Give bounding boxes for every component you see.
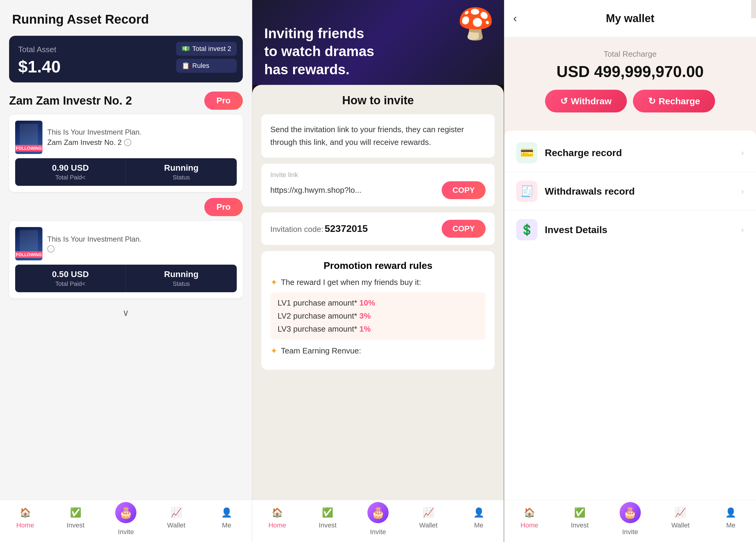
wallet-header: ‹ My wallet bbox=[504, 0, 756, 37]
chevron-icon-2[interactable]: › bbox=[47, 245, 55, 253]
invest-icon-3: ✅ bbox=[573, 505, 587, 520]
invest-amount-cell-1: 0.90 USD Total Paid< bbox=[15, 158, 126, 186]
hero-text: Inviting friendsto watch dramashas rewar… bbox=[264, 25, 374, 79]
page-title: Running Asset Record bbox=[0, 0, 252, 33]
records-list: 💳 Recharge record › 🧾 Withdrawals record… bbox=[504, 131, 756, 500]
nav-invest-3[interactable]: ✅ Invest bbox=[554, 505, 605, 536]
nav-me-label-1: Me bbox=[222, 521, 231, 529]
invest-details-icon: 💲 bbox=[516, 219, 537, 240]
bottom-nav-1: 🏠 Home ✅ Invest 🎂 Invite 📈 Wallet 👤 Me bbox=[0, 500, 252, 542]
nav-wallet-label-3: Wallet bbox=[671, 521, 690, 529]
pro-button-2[interactable]: Pro bbox=[204, 198, 243, 216]
nav-me-1[interactable]: 👤 Me bbox=[202, 505, 252, 536]
invite-link-label: Invite link bbox=[270, 171, 486, 179]
withdrawals-record-icon: 🧾 bbox=[516, 181, 537, 202]
home-icon-1: 🏠 bbox=[18, 505, 32, 520]
nav-home-label-2: Home bbox=[268, 521, 286, 529]
withdraw-button[interactable]: ↺ Withdraw bbox=[545, 90, 627, 112]
nav-invest-label-3: Invest bbox=[571, 521, 589, 529]
invite-cake-icon-1: 🎂 bbox=[115, 502, 136, 523]
invest-title: Zam Zam Investr No. 2 bbox=[9, 94, 132, 107]
me-icon-2: 👤 bbox=[471, 505, 486, 520]
panel-invite: Inviting friendsto watch dramashas rewar… bbox=[252, 0, 504, 542]
nav-wallet-3[interactable]: 📈 Wallet bbox=[655, 505, 706, 536]
nav-me-label-2: Me bbox=[474, 521, 483, 529]
recharge-icon: ↻ bbox=[648, 96, 656, 106]
invest-desc-1: This Is Your Investment Plan. bbox=[47, 128, 237, 136]
invest-status-cell-2: Running Status bbox=[126, 265, 236, 292]
nav-home-3[interactable]: 🏠 Home bbox=[504, 505, 554, 536]
copy-code-button[interactable]: COPY bbox=[442, 220, 486, 238]
nav-wallet-label-2: Wallet bbox=[419, 521, 437, 529]
bottom-nav-2: 🏠 Home ✅ Invest 🎂 Invite 📈 Wallet 👤 Me bbox=[252, 500, 504, 542]
movie-poster-2: FOLLOWING bbox=[15, 227, 42, 260]
nav-invite-label-3: Invite bbox=[622, 528, 638, 536]
nav-home-label-1: Home bbox=[16, 521, 34, 529]
pro-button-1[interactable]: Pro bbox=[204, 92, 243, 110]
invest-status-cell-1: Running Status bbox=[126, 158, 236, 186]
wallet-icon-1: 📈 bbox=[169, 505, 183, 520]
dollar-icon: 💵 bbox=[182, 45, 190, 53]
invitation-code-value: 52372015 bbox=[325, 223, 368, 234]
decoration-mushroom: 🍄 bbox=[457, 6, 495, 42]
nav-invest-2[interactable]: ✅ Invest bbox=[303, 505, 353, 536]
promo-rules-card: Promotion reward rules ✦ The reward I ge… bbox=[261, 251, 495, 370]
nav-invite-1[interactable]: 🎂 Invite bbox=[101, 505, 151, 536]
chevron-right-3: › bbox=[741, 225, 744, 235]
panel-running-asset: Running Asset Record Total Asset $1.40 💵… bbox=[0, 0, 252, 542]
invite-cake-icon-2: 🎂 bbox=[367, 502, 389, 523]
me-icon-1: 👤 bbox=[219, 505, 234, 520]
nav-wallet-label-1: Wallet bbox=[167, 521, 185, 529]
lv1-row: LV1 purchase amount* 10% bbox=[278, 298, 479, 308]
home-icon-2: 🏠 bbox=[270, 505, 285, 520]
level-rewards-box: LV1 purchase amount* 10% LV2 purchase am… bbox=[270, 292, 486, 340]
recharge-button[interactable]: ↻ Recharge bbox=[633, 90, 715, 112]
nav-me-3[interactable]: 👤 Me bbox=[706, 505, 756, 536]
hero-banner: Inviting friendsto watch dramashas rewar… bbox=[252, 0, 504, 85]
invest-details-item[interactable]: 💲 Invest Details › bbox=[504, 211, 756, 249]
home-icon-3: 🏠 bbox=[522, 505, 537, 520]
star-icon-2: ✦ bbox=[270, 346, 277, 356]
me-icon-3: 👤 bbox=[724, 505, 738, 520]
invest-card-1: FOLLOWING This Is Your Investment Plan. … bbox=[9, 115, 243, 192]
chevron-icon-1[interactable]: › bbox=[124, 139, 131, 146]
nav-wallet-1[interactable]: 📈 Wallet bbox=[151, 505, 201, 536]
nav-me-label-3: Me bbox=[726, 521, 736, 529]
withdrawals-record-item[interactable]: 🧾 Withdrawals record › bbox=[504, 172, 756, 211]
invest-details-label: Invest Details bbox=[545, 224, 741, 236]
total-invest-button[interactable]: 💵 Total invest 2 bbox=[176, 42, 236, 56]
chevron-right-2: › bbox=[741, 186, 744, 196]
nav-invite-2[interactable]: 🎂 Invite bbox=[353, 505, 403, 536]
wallet-icon-2: 📈 bbox=[421, 505, 436, 520]
lv2-row: LV2 purchase amount* 3% bbox=[278, 311, 479, 321]
nav-home-1[interactable]: 🏠 Home bbox=[0, 505, 50, 536]
nav-invite-label-1: Invite bbox=[118, 528, 134, 536]
copy-link-button[interactable]: COPY bbox=[442, 181, 486, 199]
nav-invite-3[interactable]: 🎂 Invite bbox=[605, 505, 655, 536]
lv3-row: LV3 purchase amount* 1% bbox=[278, 324, 479, 334]
scroll-down-icon[interactable]: ∨ bbox=[9, 304, 243, 321]
recharge-amount: USD 499,999,970.00 bbox=[516, 62, 744, 81]
following-badge: FOLLOWING bbox=[15, 145, 42, 152]
reward-desc: The reward I get when my friends buy it: bbox=[281, 278, 421, 287]
asset-card: Total Asset $1.40 💵 Total invest 2 📋 Rul… bbox=[9, 36, 243, 82]
star-icon-1: ✦ bbox=[270, 277, 277, 287]
how-to-title: How to invite bbox=[261, 94, 495, 107]
nav-home-2[interactable]: 🏠 Home bbox=[252, 505, 303, 536]
nav-wallet-2[interactable]: 📈 Wallet bbox=[403, 505, 453, 536]
invest-desc-2: This Is Your Investment Plan. bbox=[47, 235, 237, 243]
invite-scroll-area[interactable]: How to invite Send the invitation link t… bbox=[252, 85, 504, 500]
nav-invest-1[interactable]: ✅ Invest bbox=[50, 505, 101, 536]
rules-button[interactable]: 📋 Rules bbox=[176, 59, 236, 73]
chevron-right-1: › bbox=[741, 148, 744, 158]
invest-card-2: FOLLOWING This Is Your Investment Plan. … bbox=[9, 221, 243, 298]
nav-me-2[interactable]: 👤 Me bbox=[453, 505, 504, 536]
wallet-title: My wallet bbox=[606, 12, 654, 25]
invite-cake-icon-3: 🎂 bbox=[620, 502, 641, 523]
back-button[interactable]: ‹ bbox=[513, 12, 517, 25]
invest-name-1: Zam Zam Investr No. 2 bbox=[47, 138, 122, 147]
invite-description: Send the invitation link to your friends… bbox=[261, 114, 495, 158]
rules-icon: 📋 bbox=[182, 62, 190, 70]
wallet-icon-3: 📈 bbox=[673, 505, 688, 520]
recharge-record-item[interactable]: 💳 Recharge record › bbox=[504, 134, 756, 172]
